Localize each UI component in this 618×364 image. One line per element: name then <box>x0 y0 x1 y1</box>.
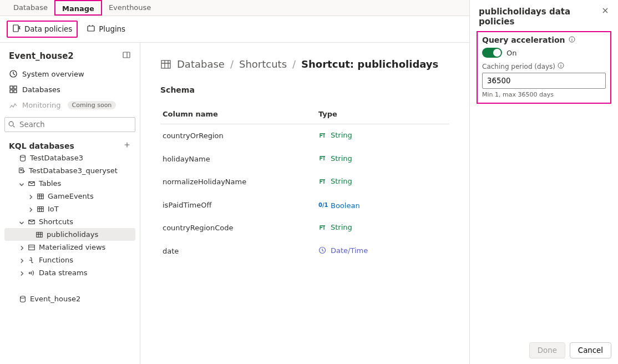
svg-point-9 <box>21 155 26 157</box>
column-name: normalizeHolidayName <box>160 170 316 194</box>
tree-label: TestDatabase3_queryset <box>29 166 118 175</box>
info-icon[interactable] <box>558 62 564 70</box>
svg-rect-6 <box>10 90 13 93</box>
col-header-type: Type <box>316 104 449 124</box>
top-tabs: Database Manage Eventhouse <box>0 0 469 16</box>
tree-table-gameevents[interactable]: GameEvents <box>4 190 135 203</box>
plugins-button[interactable]: Plugins <box>82 22 130 37</box>
sidebar-item-label: Monitoring <box>22 101 61 109</box>
column-type: String <box>318 131 352 139</box>
type-icon <box>318 224 326 231</box>
crumb-shortcuts[interactable]: Shortcuts <box>239 58 287 70</box>
sidebar-item-label: Databases <box>22 85 60 94</box>
sidebar-item-databases[interactable]: Databases <box>4 82 135 97</box>
sidebar-item-system-overview[interactable]: System overview <box>4 66 135 82</box>
svg-rect-14 <box>29 245 35 250</box>
tree-queryset[interactable]: TestDatabase3_queryset <box>4 164 135 177</box>
tree-label: Functions <box>39 256 73 264</box>
svg-point-8 <box>9 122 13 126</box>
table-row: dateDate/Time <box>160 240 449 263</box>
tree-functions[interactable]: Functions <box>4 254 135 266</box>
schema-table: Column name Type countryOrRegionStringho… <box>160 104 449 262</box>
plugins-icon <box>87 24 95 34</box>
svg-point-16 <box>21 296 26 298</box>
column-name: holidayName <box>160 148 316 171</box>
tree-label: TestDatabase3 <box>30 154 83 162</box>
tree-label: publicholidays <box>47 230 98 239</box>
column-type: String <box>318 154 352 163</box>
table-icon <box>160 59 171 70</box>
tree-tables[interactable]: Tables <box>4 177 135 190</box>
col-header-name: Column name <box>160 104 316 124</box>
column-type: Date/Time <box>318 246 368 255</box>
data-policies-panel: publicholidays data policies Query accel… <box>469 0 618 364</box>
chevron-right-icon <box>18 257 24 264</box>
chevron-down-icon <box>18 180 24 187</box>
column-name: isPaidTimeOff <box>160 194 316 217</box>
chevron-right-icon <box>18 270 24 276</box>
data-policies-button[interactable]: Data policies <box>7 21 78 38</box>
coming-soon-badge: Coming soon <box>68 101 116 109</box>
tree-label: Tables <box>39 179 61 188</box>
tree-data-streams[interactable]: Data streams <box>4 266 135 279</box>
svg-rect-11 <box>38 194 44 199</box>
table-row: isPaidTimeOff0/1Boolean <box>160 194 449 217</box>
tree-table-iot[interactable]: IoT <box>4 203 135 215</box>
cancel-button[interactable]: Cancel <box>570 342 611 358</box>
tree-database[interactable]: TestDatabase3 <box>4 151 135 164</box>
caching-period-input[interactable] <box>482 73 606 89</box>
svg-rect-13 <box>37 232 43 237</box>
sidebar: Event_house2 System overview Databases M… <box>0 43 140 364</box>
svg-rect-17 <box>161 60 170 68</box>
data-policies-icon <box>12 24 21 34</box>
column-name: date <box>160 240 316 263</box>
table-row: normalizeHolidayNameString <box>160 170 449 194</box>
breadcrumb: Database / Shortcuts / Shortcut: publich… <box>160 58 449 70</box>
column-name: countryOrRegion <box>160 124 316 148</box>
column-type: 0/1Boolean <box>318 201 360 210</box>
svg-rect-12 <box>38 206 44 211</box>
info-icon[interactable] <box>569 36 575 44</box>
collapse-icon[interactable] <box>122 50 131 62</box>
svg-rect-7 <box>14 90 17 93</box>
query-acceleration-label: Query acceleration <box>482 36 565 44</box>
schema-heading: Schema <box>160 85 449 94</box>
query-acceleration-toggle[interactable] <box>482 48 502 58</box>
tree-shortcuts[interactable]: Shortcuts <box>4 215 135 228</box>
table-row: countryRegionCodeString <box>160 216 449 240</box>
crumb-database[interactable]: Database <box>177 58 225 70</box>
table-row: countryOrRegionString <box>160 124 449 148</box>
caching-period-label: Caching period (days) <box>482 63 555 70</box>
tree-label: GameEvents <box>48 192 94 200</box>
column-type: String <box>318 223 352 231</box>
tree-label: Event_house2 <box>30 295 80 303</box>
tree-label: Shortcuts <box>39 218 73 226</box>
tree-shortcut-publicholidays[interactable]: publicholidays <box>4 228 135 241</box>
table-row: holidayNameString <box>160 148 449 171</box>
data-policies-label: Data policies <box>24 25 72 33</box>
type-icon <box>318 132 326 139</box>
tree-eventhouse-footer[interactable]: Event_house2 <box>4 292 135 305</box>
type-icon <box>318 154 326 162</box>
svg-rect-4 <box>10 86 13 89</box>
tab-eventhouse[interactable]: Eventhouse <box>102 0 158 16</box>
tree-label: IoT <box>48 205 59 213</box>
toolbar: Data policies Plugins <box>0 16 469 43</box>
tab-manage[interactable]: Manage <box>54 0 102 16</box>
tree-materialized-views[interactable]: Materialized views <box>4 241 135 254</box>
chevron-right-icon <box>27 193 33 200</box>
type-icon: 0/1 <box>318 202 326 210</box>
search-icon <box>8 120 16 128</box>
sidebar-item-monitoring: Monitoring Coming soon <box>4 97 135 113</box>
tab-database[interactable]: Database <box>7 0 54 16</box>
chevron-down-icon <box>18 219 24 225</box>
column-name: countryRegionCode <box>160 216 316 240</box>
caching-period-hint: Min 1, max 36500 days <box>482 91 606 98</box>
tree-label: Data streams <box>39 269 88 277</box>
kql-databases-title: KQL databases <box>9 141 74 150</box>
search-input[interactable] <box>4 117 135 132</box>
plugins-label: Plugins <box>99 25 125 33</box>
eventhouse-title: Event_house2 <box>9 51 74 61</box>
close-button[interactable] <box>601 7 609 16</box>
add-database-icon[interactable] <box>123 141 131 150</box>
